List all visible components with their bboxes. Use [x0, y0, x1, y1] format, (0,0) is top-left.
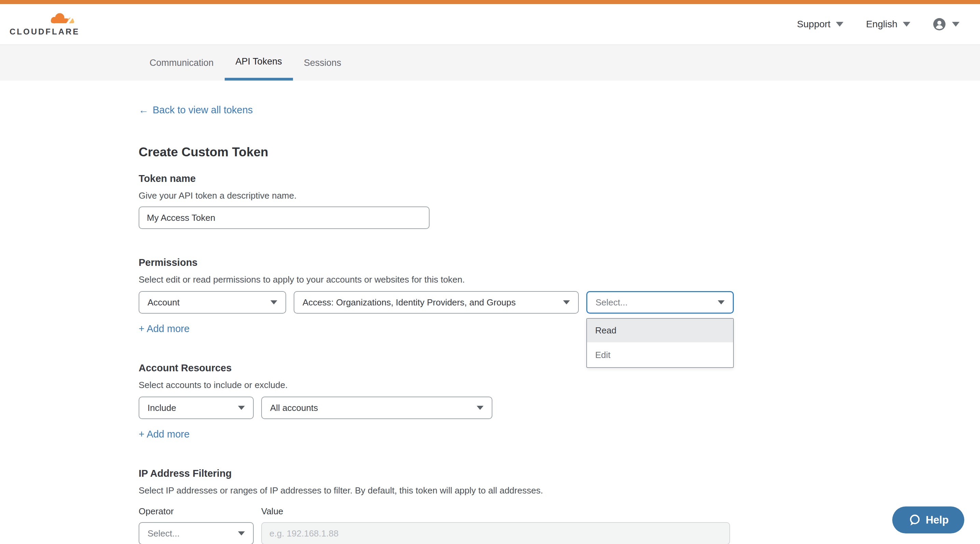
permissions-heading: Permissions	[138, 257, 842, 268]
back-arrow-icon: ←	[138, 105, 148, 116]
operator-label: Operator	[138, 506, 261, 517]
permission-resource-value: Access: Organizations, Identity Provider…	[302, 297, 515, 308]
permission-scope-dropdown[interactable]: Account	[138, 291, 286, 314]
ip-operator-placeholder: Select...	[148, 528, 180, 539]
chevron-down-icon	[952, 22, 959, 27]
resource-accounts-value: All accounts	[270, 403, 318, 413]
back-link-label: Back to view all tokens	[153, 105, 253, 116]
value-label: Value	[261, 506, 283, 517]
main-content: ← Back to view all tokens Create Custom …	[138, 105, 842, 544]
cloudflare-logo[interactable]: CLOUDFLARE	[10, 12, 82, 36]
ip-operator-dropdown[interactable]: Select...	[138, 522, 254, 544]
help-button-label: Help	[926, 514, 948, 526]
chevron-down-icon	[477, 406, 484, 410]
chevron-down-icon	[238, 531, 245, 536]
language-menu[interactable]: English	[866, 19, 910, 30]
back-to-tokens-link[interactable]: ← Back to view all tokens	[138, 105, 253, 116]
ip-filtering-heading: IP Address Filtering	[138, 468, 842, 479]
header-right-nav: Support English	[797, 18, 959, 31]
resource-mode-dropdown[interactable]: Include	[138, 397, 254, 419]
account-resources-section: Account Resources Select accounts to inc…	[138, 362, 842, 440]
user-avatar-icon	[933, 18, 946, 31]
token-name-heading: Token name	[138, 173, 842, 184]
ip-value-input[interactable]	[261, 522, 730, 544]
permissions-add-more-link[interactable]: + Add more	[138, 323, 189, 335]
ip-filtering-row: Select...	[138, 522, 842, 544]
token-name-section: Token name Give your API token a descrip…	[138, 173, 842, 229]
token-name-description: Give your API token a descriptive name.	[138, 190, 842, 201]
cloudflare-logo-text: CLOUDFLARE	[10, 27, 80, 36]
tab-communication[interactable]: Communication	[138, 45, 225, 81]
account-resources-heading: Account Resources	[138, 362, 842, 374]
support-menu[interactable]: Support	[797, 19, 843, 30]
account-menu[interactable]	[933, 18, 959, 31]
page-title: Create Custom Token	[138, 145, 842, 159]
account-resources-add-more-link[interactable]: + Add more	[138, 429, 189, 440]
tab-api-tokens[interactable]: API Tokens	[225, 45, 293, 81]
permission-level-menu: Read Edit	[586, 318, 734, 368]
chevron-down-icon	[270, 300, 277, 305]
ip-filtering-labels: Operator Value	[138, 506, 842, 517]
help-button[interactable]: Help	[892, 506, 964, 533]
chevron-down-icon	[718, 300, 725, 305]
chevron-down-icon	[836, 22, 843, 27]
resource-accounts-dropdown[interactable]: All accounts	[261, 397, 492, 419]
chat-bubble-icon	[908, 514, 921, 527]
chevron-down-icon	[903, 22, 910, 27]
permission-resource-dropdown[interactable]: Access: Organizations, Identity Provider…	[294, 291, 579, 314]
permission-level-dropdown[interactable]: Select... Read Edit	[586, 291, 734, 314]
permissions-section: Permissions Select edit or read permissi…	[138, 257, 842, 335]
menu-option-edit[interactable]: Edit	[587, 343, 733, 367]
permission-level-placeholder: Select...	[595, 297, 628, 308]
language-menu-label: English	[866, 19, 897, 30]
cloudflare-cloud-icon	[39, 12, 77, 26]
chevron-down-icon	[238, 406, 245, 410]
chevron-down-icon	[563, 300, 570, 305]
resource-mode-value: Include	[148, 403, 176, 413]
ip-filtering-description: Select IP addresses or ranges of IP addr…	[138, 485, 842, 496]
menu-option-read[interactable]: Read	[587, 319, 733, 343]
account-resources-description: Select accounts to include or exclude.	[138, 380, 842, 390]
profile-tab-bar: Communication API Tokens Sessions	[0, 44, 980, 81]
permissions-row: Account Access: Organizations, Identity …	[138, 291, 842, 314]
token-name-input[interactable]	[138, 206, 430, 229]
top-header: CLOUDFLARE Support English	[0, 4, 980, 44]
tab-sessions[interactable]: Sessions	[293, 45, 352, 81]
account-resources-row: Include All accounts	[138, 397, 842, 419]
ip-filtering-section: IP Address Filtering Select IP addresses…	[138, 468, 842, 544]
permission-scope-value: Account	[148, 297, 180, 308]
permissions-description: Select edit or read permissions to apply…	[138, 274, 842, 285]
brand-top-strip	[0, 0, 980, 4]
support-menu-label: Support	[797, 19, 830, 30]
